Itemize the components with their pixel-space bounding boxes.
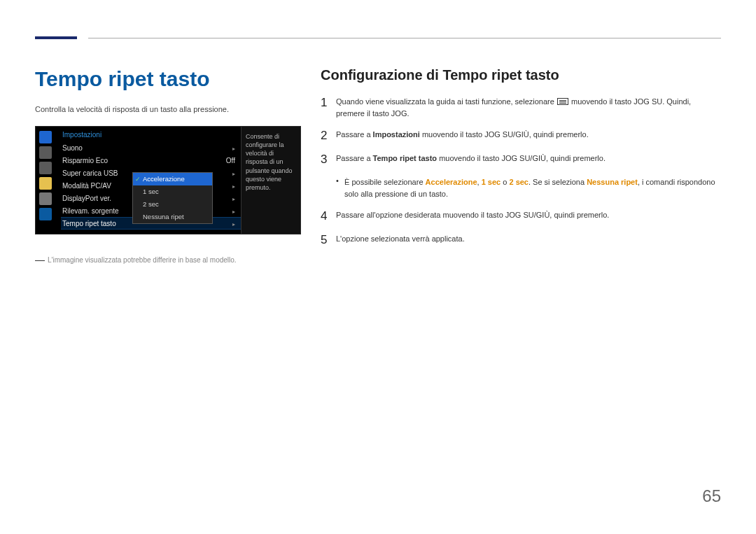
osd-label: Rilevam. sorgente [62, 207, 119, 215]
osd-label: Suono [62, 144, 83, 152]
chevron-right-icon [232, 182, 235, 190]
step-text: Passare a [336, 154, 373, 162]
osd-row-risparmio: Risparmio EcoOff [61, 154, 241, 167]
chevron-right-icon [232, 207, 235, 215]
menu-icon [557, 98, 568, 105]
step-number: 1 [321, 96, 336, 119]
main-heading: Tempo ripet tasto [35, 67, 301, 91]
intro-text: Controlla la velocità di risposta di un … [35, 105, 301, 113]
page-number: 65 [702, 486, 721, 506]
step-1: 1 Quando viene visualizzata la guida ai … [321, 96, 721, 119]
bullet-highlight: 2 sec [509, 178, 528, 186]
bullet-text: . Se si seleziona [528, 178, 587, 186]
osd-label: DisplayPort ver. [62, 195, 111, 202]
bullet-item: • È possibile selezionare Accelerazione,… [336, 176, 721, 199]
step-3: 3 Passare a Tempo ripet tasto muovendo i… [321, 153, 721, 167]
osd-screenshot: Impostazioni Suono Risparmio EcoOff Supe… [35, 126, 301, 234]
chevron-right-icon [232, 169, 235, 177]
osd-label: Risparmio Eco [62, 157, 108, 164]
image-disclaimer: ―L'immagine visualizzata potrebbe differ… [35, 254, 301, 265]
chevron-right-icon [232, 195, 235, 202]
step-body: Passare a Tempo ripet tasto muovendo il … [336, 153, 721, 167]
osd-icon-column [36, 127, 55, 234]
osd-value: Off [226, 157, 235, 164]
popup-option-accelerazione: Accelerazione [133, 173, 212, 185]
header-accent [35, 36, 77, 39]
step-number: 2 [321, 129, 336, 143]
bullet-highlight: Accelerazione [426, 178, 477, 186]
step-body: L'opzione selezionata verrà applicata. [336, 233, 721, 247]
osd-label: Super carica USB [62, 169, 118, 177]
sub-heading: Configurazione di Tempo ripet tasto [321, 67, 721, 83]
step-bold: Impostazioni [373, 130, 420, 139]
onscreen-display-icon [39, 177, 52, 190]
bullet-highlight: 1 sec [482, 178, 501, 186]
osd-popup: Accelerazione 1 sec 2 sec Nessuna ripet [132, 172, 213, 224]
left-column: Tempo ripet tasto Controlla la velocità … [35, 67, 301, 265]
chevron-right-icon [232, 144, 235, 152]
step-number: 5 [321, 233, 336, 247]
step-bold: Tempo ripet tasto [373, 154, 437, 162]
header-rule [88, 38, 721, 38]
step-body: Passare all'opzione desiderata muovendo … [336, 209, 721, 223]
popup-option-nessuna: Nessuna ripet [133, 211, 212, 223]
bullet-marker: • [336, 176, 344, 199]
step-body: Quando viene visualizzata la guida ai ta… [336, 96, 721, 119]
step-text: muovendo il tasto JOG SU/GIÙ, quindi pre… [420, 130, 589, 139]
right-column: Configurazione di Tempo ripet tasto 1 Qu… [321, 67, 721, 265]
step-text: Passare a [336, 130, 373, 139]
osd-panel-title: Impostazioni [61, 131, 241, 139]
osd-label: Modalità PC/AV [62, 182, 111, 190]
step-number: 3 [321, 153, 336, 167]
bullet-body: È possibile selezionare Accelerazione, 1… [344, 176, 721, 199]
popup-option-1sec: 1 sec [133, 185, 212, 198]
step-5: 5 L'opzione selezionata verrà applicata. [321, 233, 721, 247]
popup-option-2sec: 2 sec [133, 198, 212, 211]
bullet-text: o [500, 178, 509, 186]
brightness-icon [39, 146, 52, 159]
page-content: Tempo ripet tasto Controlla la velocità … [35, 67, 721, 265]
pip-icon [39, 162, 52, 174]
osd-description: Consente di configurare la velocità di r… [241, 127, 300, 234]
step-4: 4 Passare all'opzione desiderata muovend… [321, 209, 721, 223]
osd-main-panel: Impostazioni Suono Risparmio EcoOff Supe… [55, 127, 241, 234]
step-text: muovendo il tasto JOG SU/GIÙ, quindi pre… [437, 154, 606, 162]
steps-list: 1 Quando viene visualizzata la guida ai … [321, 96, 721, 247]
bullet-text: È possibile selezionare [344, 178, 426, 186]
step-2: 2 Passare a Impostazioni muovendo il tas… [321, 129, 721, 143]
settings-icon [39, 192, 52, 205]
chevron-right-icon [232, 220, 235, 227]
step-number: 4 [321, 209, 336, 223]
picture-icon [39, 131, 52, 143]
footnote-text: L'immagine visualizzata potrebbe differi… [48, 256, 237, 264]
step-body: Passare a Impostazioni muovendo il tasto… [336, 129, 721, 143]
bullet-highlight: Nessuna ripet [587, 178, 638, 186]
information-icon [39, 208, 52, 220]
step-text: Quando viene visualizzata la guida ai ta… [336, 97, 556, 106]
osd-label: Tempo ripet tasto [62, 220, 116, 227]
osd-row-suono: Suono [61, 141, 241, 154]
